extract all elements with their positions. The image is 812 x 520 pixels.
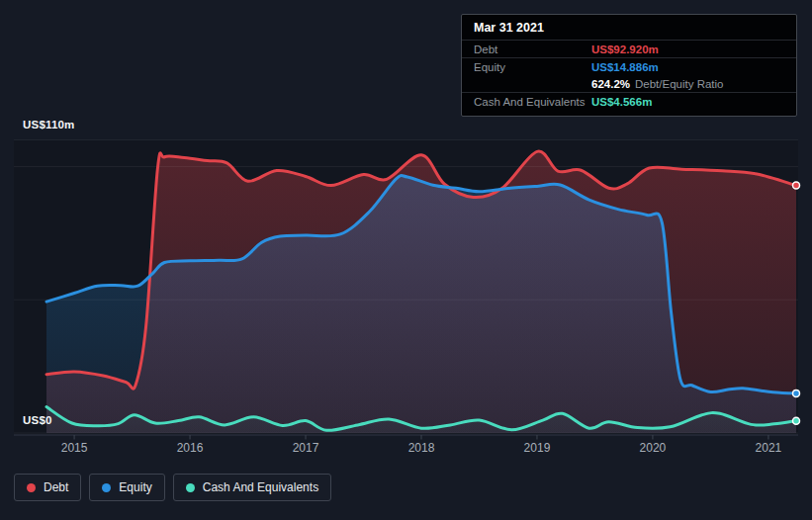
chart-tooltip: Mar 31 2021 Debt US$92.920m Equity US$14…: [461, 14, 797, 117]
tooltip-ratio-row: 624.2%Debt/Equity Ratio: [462, 75, 796, 92]
tooltip-debt-value: US$92.920m: [591, 43, 659, 55]
legend-item-label: Cash And Equivalents: [203, 480, 318, 494]
tooltip-equity-row: Equity US$14.886m: [462, 57, 796, 75]
tooltip-debt-label: Debt: [474, 43, 591, 55]
legend-item-debt[interactable]: Debt: [14, 474, 81, 501]
y-axis-label-bottom: US$0: [23, 414, 52, 426]
tooltip-equity-value: US$14.886m: [591, 61, 659, 73]
x-axis-label: 2017: [293, 441, 319, 455]
legend-item-label: Debt: [44, 480, 68, 494]
y-axis-label-top: US$110m: [23, 119, 75, 130]
debt-endpoint-marker: [793, 182, 800, 189]
tooltip-debt-row: Debt US$92.920m: [462, 40, 796, 57]
cash-series-dot-icon: [186, 483, 195, 492]
x-axis-label: 2019: [524, 441, 551, 455]
tooltip-ratio-label: Debt/Equity Ratio: [635, 78, 724, 90]
equity-series-dot-icon: [102, 483, 111, 492]
tooltip-cash-label: Cash And Equivalents: [474, 96, 591, 108]
tooltip-cash-row: Cash And Equivalents US$4.566m: [462, 92, 796, 110]
legend-item-cash-and-equivalents[interactable]: Cash And Equivalents: [173, 474, 331, 501]
tooltip-ratio-value: 624.2%: [591, 78, 630, 90]
chart-legend: Debt Equity Cash And Equivalents: [14, 474, 331, 501]
cash-and-equivalents-endpoint-marker: [793, 417, 800, 424]
legend-item-equity[interactable]: Equity: [89, 474, 164, 501]
x-axis-label: 2016: [177, 441, 204, 455]
tooltip-cash-value: US$4.566m: [591, 96, 652, 108]
tooltip-date: Mar 31 2021: [462, 15, 796, 40]
tooltip-equity-label: Equity: [474, 61, 591, 73]
equity-endpoint-marker: [793, 390, 800, 396]
debt-equity-chart-panel: 2015201620172018201920202021 US$110m US$…: [0, 0, 812, 520]
x-axis-label: 2020: [640, 441, 667, 455]
legend-item-label: Equity: [119, 480, 151, 494]
x-axis-label: 2021: [756, 441, 782, 455]
x-axis-label: 2015: [61, 441, 88, 455]
debt-series-dot-icon: [27, 483, 36, 492]
x-axis-label: 2018: [408, 441, 435, 455]
